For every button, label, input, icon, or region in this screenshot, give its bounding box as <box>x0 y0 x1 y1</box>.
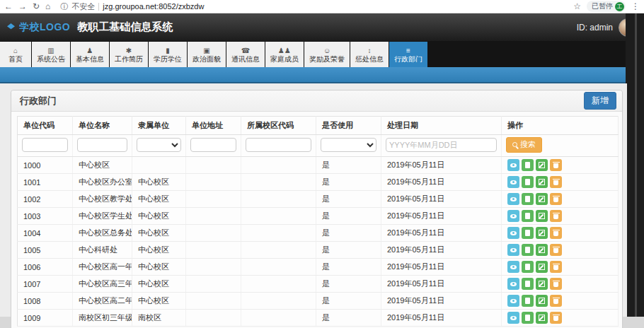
kebab-menu-icon[interactable]: ⋮ <box>631 2 640 11</box>
file-button[interactable] <box>522 295 534 307</box>
delete-button[interactable] <box>550 278 562 290</box>
cell-campus-code <box>241 293 316 310</box>
tab-label: 惩处信息 <box>355 55 384 63</box>
view-button[interactable] <box>507 261 519 273</box>
refresh-icon[interactable]: ↻ <box>33 2 40 11</box>
cell-parent-unit <box>132 157 186 174</box>
edit-button[interactable] <box>536 295 548 307</box>
filter-unit-name-input[interactable] <box>77 138 127 152</box>
table-row: 1006中心校区高一年级中心校区是2019年05月11日 <box>18 259 619 276</box>
tab-basic-info[interactable]: ♟基本信息 <box>71 42 109 67</box>
tab-political[interactable]: ▣政治面貌 <box>188 42 226 67</box>
file-button[interactable] <box>522 312 534 324</box>
cell-process-date: 2019年05月11日 <box>381 293 502 310</box>
delete-button[interactable] <box>550 244 562 256</box>
col-campus-code: 所属校区代码 <box>241 117 316 135</box>
tab-admin-depts[interactable]: ≡行政部门 <box>389 42 427 67</box>
edit-button[interactable] <box>536 193 548 205</box>
tab-label: 工作简历 <box>115 55 143 63</box>
view-button[interactable] <box>507 159 519 171</box>
view-button[interactable] <box>507 312 519 324</box>
file-icon <box>525 213 530 219</box>
tab-punishments[interactable]: ↕惩处信息 <box>350 42 389 67</box>
edit-button[interactable] <box>536 278 548 290</box>
trash-icon <box>553 248 558 253</box>
tab-family[interactable]: ♟♟家庭成员 <box>265 42 304 67</box>
view-button[interactable] <box>507 193 519 205</box>
view-button[interactable] <box>507 210 519 222</box>
chart-icon: ▥ <box>47 47 54 54</box>
delete-button[interactable] <box>550 176 562 188</box>
cell-unit-address <box>186 259 241 276</box>
bookmark-star-icon[interactable]: ☆ <box>573 2 581 11</box>
panel-header: 行政部门 新增 <box>11 90 622 112</box>
cell-campus-code <box>241 259 316 276</box>
filter-in-use-select[interactable] <box>321 138 376 152</box>
cell-process-date: 2019年05月11日 <box>381 310 502 327</box>
file-button[interactable] <box>522 210 534 222</box>
edit-button[interactable] <box>536 159 548 171</box>
view-button[interactable] <box>507 176 519 188</box>
cell-parent-unit: 南校区 <box>132 310 186 327</box>
table-row: 1000中心校区是2019年05月11日 <box>18 157 619 174</box>
trash-icon <box>553 265 558 270</box>
delete-button[interactable] <box>550 312 562 324</box>
filter-unit-address-input[interactable] <box>190 138 236 152</box>
file-button[interactable] <box>522 176 534 188</box>
trash-icon <box>553 180 558 185</box>
cell-unit-code: 1004 <box>18 225 73 242</box>
cell-unit-name: 南校区初三年级 <box>73 310 132 327</box>
edit-button[interactable] <box>536 210 548 222</box>
filter-campus-code-input[interactable] <box>246 138 311 152</box>
delete-button[interactable] <box>550 227 562 239</box>
file-button[interactable] <box>522 159 534 171</box>
cell-in-use: 是 <box>316 225 381 242</box>
edit-button[interactable] <box>536 227 548 239</box>
filter-parent-unit-select[interactable] <box>137 138 181 152</box>
edit-button[interactable] <box>536 176 548 188</box>
view-button[interactable] <box>507 244 519 256</box>
scrollbar-track[interactable] <box>626 13 644 317</box>
view-button[interactable] <box>507 278 519 290</box>
address-bar[interactable]: ⓘ 不安全 jzg.groupoa.net:8052/zxbzdw <box>60 1 568 12</box>
delete-button[interactable] <box>550 261 562 273</box>
file-button[interactable] <box>522 278 534 290</box>
delete-button[interactable] <box>550 295 562 307</box>
tab-education[interactable]: ▮学历学位 <box>149 42 187 67</box>
back-icon[interactable]: ← <box>4 2 13 11</box>
filter-unit-code-input[interactable] <box>22 138 68 152</box>
edit-button[interactable] <box>536 261 548 273</box>
view-button[interactable] <box>507 295 519 307</box>
home-icon[interactable]: ⌂ <box>45 2 50 11</box>
add-button[interactable]: 新增 <box>584 92 616 110</box>
delete-button[interactable] <box>550 193 562 205</box>
filter-row: 搜索 <box>18 135 619 157</box>
delete-button[interactable] <box>550 210 562 222</box>
file-button[interactable] <box>522 261 534 273</box>
cell-unit-address <box>186 293 241 310</box>
tab-contact[interactable]: ☎通讯信息 <box>226 42 265 67</box>
file-button[interactable] <box>522 193 534 205</box>
delete-button[interactable] <box>550 159 562 171</box>
tab-home[interactable]: ⌂首页 <box>0 42 31 67</box>
edit-button[interactable] <box>536 312 548 324</box>
search-button[interactable]: 搜索 <box>506 137 542 153</box>
filter-date-input[interactable] <box>386 138 497 152</box>
cell-parent-unit: 中心校区 <box>132 225 186 242</box>
cell-campus-code <box>241 276 316 293</box>
search-button-label: 搜索 <box>520 139 536 150</box>
graduation-cap-icon <box>7 23 15 31</box>
profile-chip[interactable]: 已暂停 工 <box>587 1 626 12</box>
file-button[interactable] <box>522 227 534 239</box>
edit-button[interactable] <box>536 244 548 256</box>
cell-unit-code: 1000 <box>18 157 73 174</box>
scrollbar-thumb[interactable] <box>635 13 637 317</box>
forward-icon[interactable]: → <box>18 2 27 11</box>
file-button[interactable] <box>522 244 534 256</box>
trash-icon <box>553 282 558 287</box>
tab-rewards[interactable]: ☺奖励及荣誉 <box>304 42 350 67</box>
tab-announcements[interactable]: ▥系统公告 <box>32 42 70 67</box>
view-button[interactable] <box>507 227 519 239</box>
cell-parent-unit: 中心校区 <box>132 259 186 276</box>
tab-work-resume[interactable]: ✱工作简历 <box>110 42 148 67</box>
